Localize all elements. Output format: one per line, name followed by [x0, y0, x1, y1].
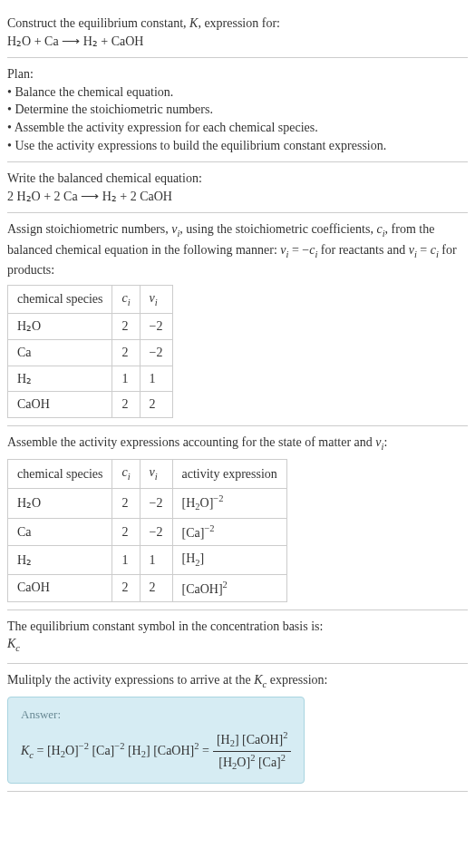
activity-text: Assemble the activity expressions accoun… — [7, 434, 468, 454]
answer-label: Answer: — [21, 707, 291, 723]
col-v: νi — [140, 285, 172, 313]
plan-section: Plan: • Balance the chemical equation. •… — [7, 58, 468, 162]
table-row: Ca2−2 — [8, 339, 173, 366]
balanced-heading: Write the balanced chemical equation: — [7, 170, 468, 188]
multiply-text: Mulitply the activity expressions to arr… — [7, 671, 468, 691]
balanced-equation: 2 H₂O + 2 Ca ⟶ H₂ + 2 CaOH — [7, 188, 468, 206]
answer-expression: Kc = [H2O]−2 [Ca]−2 [H2] [CaOH]2 = [H2] … — [21, 729, 291, 774]
table-row: Ca2−2[Ca]−2 — [8, 518, 287, 545]
plan-item: • Determine the stoichiometric numbers. — [7, 101, 468, 119]
fraction-numerator: [H2] [CaOH]2 — [213, 729, 292, 752]
table-row: H₂O2−2[H2O]−2 — [8, 488, 287, 518]
stoich-text: Assign stoichiometric numbers, νi, using… — [7, 220, 468, 279]
stoich-section: Assign stoichiometric numbers, νi, using… — [7, 213, 468, 425]
symbol-section: The equilibrium constant symbol in the c… — [7, 610, 468, 664]
plan-item: • Assemble the activity expression for e… — [7, 119, 468, 137]
table-header-row: chemical species ci νi activity expressi… — [8, 460, 287, 488]
activity-expr: [CaOH]2 — [172, 574, 286, 601]
col-expr: activity expression — [172, 460, 286, 488]
answer-box: Answer: Kc = [H2O]−2 [Ca]−2 [H2] [CaOH]2… — [7, 697, 305, 783]
answer-lhs: Kc = [H2O]−2 [Ca]−2 [H2] [CaOH]2 = — [21, 740, 209, 762]
plan-heading: Plan: — [7, 65, 468, 83]
multiply-section: Mulitply the activity expressions to arr… — [7, 664, 468, 792]
plan-item: • Use the activity expressions to build … — [7, 137, 468, 155]
activity-expr: [H2O]−2 — [172, 488, 286, 518]
activity-expr: [H2] — [172, 546, 286, 574]
answer-fraction: [H2] [CaOH]2 [H2O]2 [Ca]2 — [213, 729, 292, 774]
activity-table: chemical species ci νi activity expressi… — [7, 459, 287, 602]
fraction-denominator: [H2O]2 [Ca]2 — [213, 752, 292, 774]
col-species: chemical species — [8, 460, 112, 488]
table-row: H₂11 — [8, 366, 173, 392]
intro-section: Construct the equilibrium constant, K, e… — [7, 7, 468, 58]
table-row: CaOH22[CaOH]2 — [8, 574, 287, 601]
symbol-text: The equilibrium constant symbol in the c… — [7, 618, 468, 636]
intro-line1: Construct the equilibrium constant, K, e… — [7, 15, 468, 33]
col-species: chemical species — [8, 285, 112, 313]
stoich-table: chemical species ci νi H₂O2−2 Ca2−2 H₂11… — [7, 285, 173, 418]
plan-item: • Balance the chemical equation. — [7, 83, 468, 102]
activity-expr: [Ca]−2 — [172, 518, 286, 545]
symbol-value: Kc — [7, 635, 468, 655]
table-header-row: chemical species ci νi — [8, 285, 173, 313]
table-row: H₂11[H2] — [8, 546, 287, 574]
col-v: νi — [140, 460, 172, 488]
table-row: H₂O2−2 — [8, 314, 173, 340]
col-c: ci — [112, 285, 140, 313]
intro-equation: H₂O + Ca ⟶ H₂ + CaOH — [7, 33, 468, 51]
balanced-section: Write the balanced chemical equation: 2 … — [7, 162, 468, 213]
activity-section: Assemble the activity expressions accoun… — [7, 426, 468, 610]
table-row: CaOH22 — [8, 392, 173, 418]
col-c: ci — [112, 460, 140, 488]
